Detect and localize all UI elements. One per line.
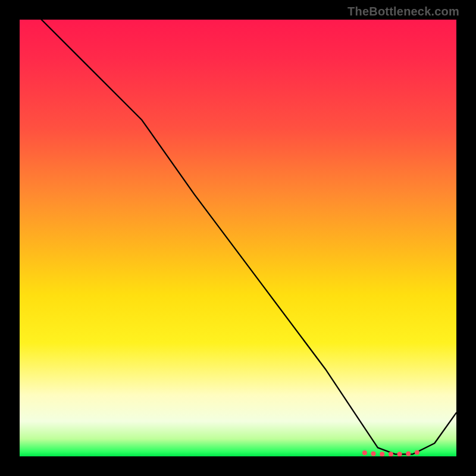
chart-frame: TheBottleneck.com (0, 0, 476, 476)
plot-background-gradient (20, 20, 456, 456)
attribution-label: TheBottleneck.com (347, 5, 459, 18)
